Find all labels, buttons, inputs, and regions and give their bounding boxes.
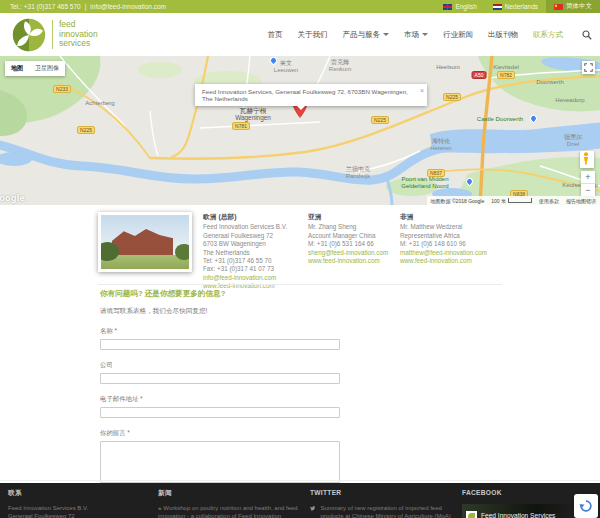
contact-section: 欧洲 (总部) Feed Innovation Services B.V. Ge…	[0, 205, 600, 285]
search-icon	[582, 30, 592, 40]
facebook-page-widget[interactable]: Feed Innovation Services	[462, 504, 584, 518]
lang-chinese[interactable]: 简体中文	[546, 0, 600, 13]
map-info-tooltip: Feed Innovation Services, Generaal Foulk…	[195, 84, 427, 106]
fullscreen-button[interactable]	[582, 61, 595, 74]
close-icon[interactable]: ×	[420, 87, 424, 94]
fis-logo-icon	[466, 511, 477, 518]
footer: 联系 Feed Innovation Services B.V. Generaa…	[0, 483, 600, 518]
chevron-down-icon	[383, 33, 389, 36]
site-header: feed innovation services 首页 关于我们 产品与服务 市…	[0, 13, 600, 56]
message-field[interactable]	[100, 441, 340, 483]
email-label: 电子邮件地址 *	[100, 395, 500, 404]
map-attribution: 地图数据 ©2018 Google 100 米 使用条款 报告地图错误	[427, 196, 600, 205]
name-field[interactable]	[100, 339, 340, 350]
fullscreen-icon	[584, 63, 593, 72]
pegman-control[interactable]	[580, 151, 594, 168]
road-badge: N225	[443, 93, 461, 101]
nl-flag-icon	[493, 4, 502, 10]
map-data-credit: 地图数据 ©2018 Google	[431, 198, 485, 204]
office-photo	[98, 212, 192, 272]
footer-contact-heading: 联系	[8, 489, 148, 497]
footer-news-col: 新闻 »Workshop on poultry nutrition and he…	[158, 489, 300, 518]
report-error-link[interactable]: 报告地图错误	[566, 198, 596, 204]
language-switcher: English Nederlands 简体中文	[435, 0, 600, 13]
zoom-out-button[interactable]: −	[581, 184, 595, 196]
bullet-icon: »	[158, 505, 161, 511]
form-heading: 你有问题吗? 还是你想要更多的信息?	[100, 289, 500, 299]
topbar-contact: Tel.: +31 (0)317 465 570 | info@feed-inn…	[10, 3, 166, 10]
nav-about[interactable]: 关于我们	[298, 30, 328, 40]
uk-flag-icon	[443, 4, 452, 10]
map-type-control: 地图 卫星图像	[5, 61, 65, 76]
road-badge: N233	[53, 85, 71, 93]
footer-facebook-col: FACEBOOK Feed Innovation Services	[462, 489, 590, 518]
road-badge: N225	[77, 126, 95, 134]
logo[interactable]: feed innovation services	[12, 18, 98, 52]
chevron-down-icon	[422, 33, 428, 36]
nav-industry-news[interactable]: 行业新闻	[443, 30, 473, 40]
road-badge: N782	[497, 71, 515, 79]
asia-email-link[interactable]: sheng@feed-innovation.com	[308, 249, 400, 257]
recaptcha-badge[interactable]	[574, 494, 598, 518]
footer-contact-col: 联系 Feed Innovation Services B.V. Generaa…	[8, 489, 148, 518]
contact-africa: 非洲 Mr. Matthew Wedzerai Representative A…	[400, 213, 492, 265]
topbar: Tel.: +31 (0)317 465 570 | info@feed-inn…	[0, 0, 600, 13]
cn-flag-icon	[554, 4, 563, 10]
map-scale: 100 米	[491, 198, 532, 204]
tweet-item[interactable]: Summary of new registration of imported …	[310, 504, 452, 518]
form-intro: 请填写联系表格，我们会尽快回复您!	[100, 307, 500, 316]
footer-divider	[0, 480, 600, 481]
africa-website-link[interactable]: www.feed-innovation.com	[400, 257, 492, 265]
footer-news-item[interactable]: »Workshop on poultry nutrition and healt…	[158, 504, 300, 518]
page: Tel.: +31 (0)317 465 570 | info@feed-inn…	[0, 0, 600, 518]
google-map[interactable]: Achterberg 莱文Leeuwen 雷克姆Renkum Heelsum K…	[0, 56, 600, 205]
nav-markets[interactable]: 市场	[404, 30, 428, 40]
road-badge-a50: A50	[472, 71, 487, 79]
map-info-text: Feed Innovation Services, Generaal Foulk…	[202, 88, 408, 102]
logo-text: feed innovation services	[52, 20, 98, 49]
scale-bar	[508, 198, 532, 203]
africa-email-link[interactable]: matthew@feed-innovation.com	[400, 249, 492, 257]
terms-link[interactable]: 使用条款	[539, 198, 559, 204]
company-field[interactable]	[100, 373, 340, 384]
contact-europe: 欧洲 (总部) Feed Innovation Services B.V. Ge…	[203, 213, 303, 291]
contact-asia-heading: 亚洲	[308, 213, 400, 221]
footer-facebook-heading: FACEBOOK	[462, 489, 590, 497]
nav-products-services[interactable]: 产品与服务	[343, 30, 390, 40]
topbar-email-link[interactable]: info@feed-innovation.com	[90, 3, 166, 10]
nav-contact[interactable]: 联系方式	[533, 30, 563, 40]
main-nav: 首页 关于我们 产品与服务 市场 行业新闻 出版刊物 联系方式	[268, 30, 593, 40]
office-building	[112, 229, 174, 256]
europe-email-link[interactable]: info@feed-innovation.com	[203, 274, 303, 282]
lang-nederlands[interactable]: Nederlands	[485, 0, 546, 13]
asia-website-link[interactable]: www.feed-innovation.com	[308, 257, 400, 265]
topbar-separator: |	[85, 3, 87, 10]
lang-english[interactable]: English	[435, 0, 484, 13]
contact-asia: 亚洲 Mr. Zhang Sheng Account Manager China…	[308, 213, 400, 265]
road-badge: N781	[232, 122, 250, 130]
name-label: 名称 *	[100, 327, 500, 336]
email-field[interactable]	[100, 407, 340, 418]
search-button[interactable]	[582, 30, 592, 40]
road-badge: N837	[427, 169, 445, 177]
map-type-satellite-button[interactable]: 卫星图像	[29, 61, 65, 76]
pegman-icon	[581, 152, 591, 165]
nav-home[interactable]: 首页	[268, 30, 283, 40]
map-type-map-button[interactable]: 地图	[5, 61, 29, 76]
footer-twitter-col: TWITTER Summary of new registration of i…	[310, 489, 452, 518]
topbar-phone: Tel.: +31 (0)317 465 570	[10, 3, 81, 10]
logo-icon	[12, 18, 46, 52]
company-label: 公司	[100, 361, 500, 370]
nav-publications[interactable]: 出版刊物	[488, 30, 518, 40]
contact-africa-heading: 非洲	[400, 213, 492, 221]
zoom-in-button[interactable]: +	[581, 171, 595, 183]
recaptcha-icon	[579, 499, 593, 513]
twitter-icon	[310, 504, 315, 513]
footer-twitter-heading: TWITTER	[310, 489, 452, 497]
footer-news-heading: 新闻	[158, 489, 300, 497]
contact-form: 你有问题吗? 还是你想要更多的信息? 请填写联系表格，我们会尽快回复您! 名称 …	[100, 285, 500, 508]
message-label: 你的留言 *	[100, 429, 500, 438]
road-badge: N225	[371, 116, 389, 124]
contact-europe-heading: 欧洲 (总部)	[203, 213, 303, 221]
zoom-control: + −	[581, 171, 595, 196]
